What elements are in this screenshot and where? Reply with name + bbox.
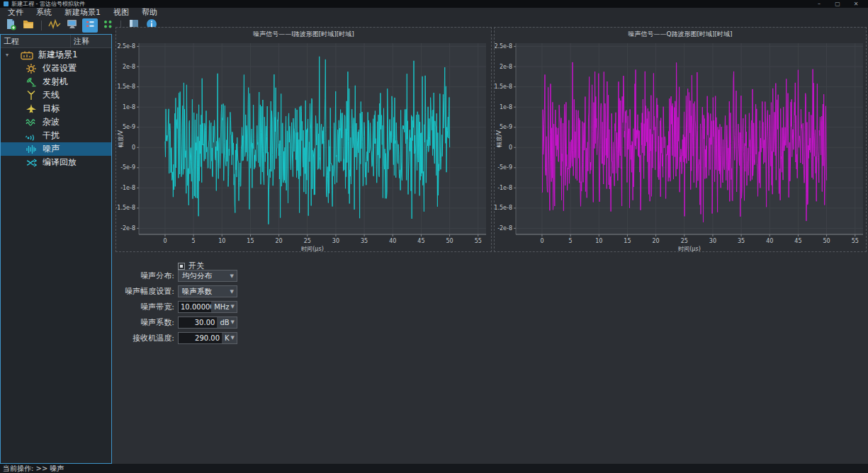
- svg-text:1e-8: 1e-8: [123, 104, 135, 110]
- svg-text:0: 0: [132, 144, 135, 151]
- waveform-view-button[interactable]: [47, 18, 62, 33]
- svg-text:30: 30: [332, 238, 339, 244]
- svg-text:-5e-9: -5e-9: [497, 164, 512, 171]
- svg-text:0: 0: [509, 144, 512, 151]
- svg-text:15: 15: [624, 238, 631, 244]
- scene-icon: [21, 50, 33, 61]
- sidebar-item-label: 目标: [43, 103, 60, 115]
- menu-system[interactable]: 系统: [30, 8, 58, 17]
- clutter-icon: [25, 117, 38, 128]
- sidebar-item-label: 天线: [43, 89, 60, 101]
- transmitter-icon: [25, 76, 38, 88]
- receiver-temperature-unit[interactable]: K: [222, 333, 231, 343]
- menu-bar: 文件 系统 新建场景1 视图 帮助: [0, 8, 868, 17]
- noise-bandwidth-unit[interactable]: MHz: [211, 302, 230, 312]
- scene-layout-button[interactable]: [82, 18, 98, 33]
- svg-text:25: 25: [681, 238, 688, 244]
- chevron-down-icon: ▼: [231, 317, 237, 328]
- open-folder-icon: [22, 18, 35, 33]
- interference-icon: [25, 130, 38, 142]
- app-window: { "window": { "title": "新建工程 - 雷达信号模拟软件"…: [0, 0, 868, 473]
- receiver-temperature-input[interactable]: 290.00 K ▼: [178, 332, 237, 344]
- svg-text:-2e-8: -2e-8: [120, 225, 135, 232]
- sidebar-item-playback[interactable]: 编译回放: [1, 156, 111, 169]
- project-tree-panel: 工程 注释 ▾新建场景1仪器设置发射机天线目标杂波干扰噪声编译回放: [0, 34, 112, 464]
- chart-plot-q[interactable]: 2.5e-82e-81.5e-81e-85e-90-5e-9-1e-8-1.5e…: [495, 28, 867, 253]
- svg-text:-1e-8: -1e-8: [120, 185, 135, 191]
- noise-amplitude-value: 噪声系数: [182, 287, 212, 297]
- noise-bandwidth-value[interactable]: 10.000000000: [179, 302, 211, 312]
- svg-text:10: 10: [218, 238, 225, 244]
- sidebar-item-instrument[interactable]: 仪器设置: [1, 62, 111, 75]
- noise-bandwidth-input[interactable]: 10.000000000 MHz ▼: [178, 301, 237, 313]
- open-project-button[interactable]: [21, 18, 36, 33]
- monitor-icon: [66, 18, 79, 33]
- sidebar-item-label: 杂波: [43, 116, 60, 128]
- receiver-temperature-label: 接收机温度:: [88, 333, 174, 343]
- svg-text:1.5e-8: 1.5e-8: [495, 84, 512, 90]
- status-text: 当前操作: >> 噪声: [3, 464, 64, 473]
- chevron-down-icon: ▼: [230, 289, 234, 295]
- noise-figure-input[interactable]: 30.00 dB ▼: [178, 317, 237, 329]
- svg-text:2e-8: 2e-8: [123, 64, 135, 70]
- target-icon: [25, 103, 38, 115]
- noise-figure-label: 噪声系数:: [88, 317, 174, 328]
- sidebar-item-clutter[interactable]: 杂波: [1, 115, 111, 129]
- chevron-down-icon: ▼: [231, 302, 237, 312]
- sidebar-item-transmitter[interactable]: 发射机: [1, 75, 111, 89]
- noise-figure-value[interactable]: 30.00: [179, 317, 217, 328]
- sidebar-item-antenna[interactable]: 天线: [1, 89, 111, 102]
- window-controls: – ▢ ✕: [815, 0, 864, 8]
- layout-icon: [84, 18, 96, 33]
- receiver-temperature-row: 接收机温度: 290.00 K ▼: [88, 332, 237, 344]
- maximize-button[interactable]: ▢: [833, 0, 842, 8]
- chart-panel-i: 噪声信号——I路波形图[时域][时域] 2.5e-82e-81.5e-81e-8…: [115, 27, 492, 252]
- chart-plot-i[interactable]: 2.5e-82e-81.5e-81e-85e-90-5e-9-1e-8-1.5e…: [116, 28, 492, 253]
- svg-text:35: 35: [361, 238, 368, 244]
- svg-text:40: 40: [389, 238, 396, 244]
- svg-text:0: 0: [540, 238, 543, 244]
- sidebar-item-noise[interactable]: 噪声: [1, 142, 111, 156]
- title-bar: 新建工程 - 雷达信号模拟软件 – ▢ ✕: [0, 0, 868, 8]
- menu-help[interactable]: 帮助: [135, 8, 164, 17]
- grid-view-button[interactable]: [100, 18, 115, 33]
- svg-text:50: 50: [823, 238, 830, 244]
- svg-text:5e-9: 5e-9: [123, 124, 135, 130]
- svg-text:50: 50: [446, 238, 453, 244]
- menu-scene[interactable]: 新建场景1: [58, 8, 107, 17]
- chevron-down-icon: ▼: [230, 273, 234, 279]
- sidebar-item-target[interactable]: 目标: [1, 102, 111, 115]
- sidebar-item-label: 仪器设置: [43, 62, 77, 74]
- gear-icon: [25, 63, 38, 74]
- device-view-button[interactable]: [64, 18, 80, 33]
- svg-text:40: 40: [766, 238, 773, 244]
- status-bar: 当前操作: >> 噪声: [0, 464, 868, 473]
- svg-text:25: 25: [304, 238, 311, 244]
- tree-expand-icon[interactable]: ▾: [4, 52, 11, 58]
- sidebar-item-label: 发射机: [43, 76, 68, 88]
- green-dots-icon: [101, 18, 114, 33]
- new-project-button[interactable]: [3, 18, 18, 33]
- window-title: 新建工程 - 雷达信号模拟软件: [11, 0, 85, 8]
- close-button[interactable]: ✕: [852, 0, 860, 8]
- sidebar-item-interference[interactable]: 干扰: [1, 129, 111, 142]
- minimize-button[interactable]: –: [815, 0, 823, 8]
- receiver-temperature-value[interactable]: 290.00: [179, 333, 222, 343]
- svg-text:2.5e-8: 2.5e-8: [117, 43, 135, 50]
- menu-file[interactable]: 文件: [1, 8, 30, 17]
- noise-bandwidth-label: 噪声带宽:: [88, 302, 174, 312]
- noise-amplitude-select[interactable]: 噪声系数 ▼: [178, 285, 237, 297]
- sidebar-item-scene[interactable]: ▾新建场景1: [1, 48, 111, 62]
- chevron-down-icon: ▼: [231, 333, 237, 343]
- tree-header-comment: 注释: [71, 36, 111, 47]
- noise-distribution-row: 噪声分布: 均匀分布 ▼: [88, 270, 237, 282]
- noise-distribution-select[interactable]: 均匀分布 ▼: [178, 270, 237, 282]
- svg-text:30: 30: [709, 238, 716, 244]
- y-axis-label: 幅度/V: [496, 130, 502, 147]
- svg-text:5: 5: [192, 238, 196, 244]
- playback-icon: [25, 157, 38, 169]
- noise-figure-unit[interactable]: dB: [217, 317, 230, 328]
- tree-header: 工程 注释: [1, 35, 111, 48]
- menu-view[interactable]: 视图: [107, 8, 135, 17]
- noise-distribution-value: 均匀分布: [182, 271, 212, 281]
